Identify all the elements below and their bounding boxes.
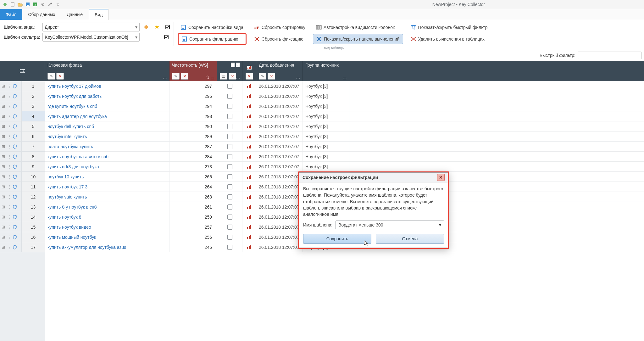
cell-phrase[interactable]: ноутбук dell купить спб: [45, 121, 169, 131]
col-menu-icon[interactable]: ▭: [343, 76, 347, 80]
gutter-row[interactable]: ⊞⋮14: [0, 212, 45, 222]
cell-chart[interactable]: [242, 91, 256, 101]
row-checkbox[interactable]: [227, 84, 232, 89]
gutter-row[interactable]: ⊞⋮7: [0, 142, 45, 152]
cell-phrase[interactable]: купить ноутбук для работы: [45, 91, 169, 101]
drag-handle-icon[interactable]: ⋮: [6, 104, 13, 109]
row-checkbox[interactable]: [227, 225, 232, 230]
toggle-calc-panel-button[interactable]: Показать/скрыть панель вычислений: [313, 34, 403, 44]
cell-phrase[interactable]: ноутбук intel купить: [45, 131, 169, 141]
quick-filter-input[interactable]: [578, 52, 641, 59]
table-row[interactable]: ноутбук intel купить28926.01.2018 12:07:…: [45, 131, 644, 142]
drag-handle-icon[interactable]: ⋮: [6, 194, 13, 199]
col-menu-icon[interactable]: ▭: [236, 76, 240, 80]
expand-icon[interactable]: ⊞: [0, 124, 6, 129]
col-chart-header[interactable]: ✕: [242, 61, 256, 81]
table-row[interactable]: купить ноутбук 17 дюймов29726.01.2018 12…: [45, 81, 644, 91]
cell-phrase[interactable]: купить ноутбук 17 дюймов: [45, 81, 169, 91]
qat-more-icon[interactable]: [55, 1, 61, 8]
drag-handle-icon[interactable]: ⋮: [6, 174, 13, 179]
new-doc-icon[interactable]: [9, 1, 16, 8]
drag-handle-icon[interactable]: ⋮: [6, 84, 13, 88]
check-save-filter-icon[interactable]: [162, 33, 170, 41]
drag-handle-icon[interactable]: ⋮: [6, 215, 13, 219]
drag-handle-icon[interactable]: ⋮: [6, 154, 13, 159]
cell-check[interactable]: [217, 182, 242, 192]
cell-check[interactable]: [217, 222, 242, 232]
table-row[interactable]: плата ноутбука купить28726.01.2018 12:07…: [45, 142, 644, 152]
dialog-titlebar[interactable]: Сохранение настроек фильтрации ✕: [299, 173, 448, 182]
expand-icon[interactable]: ⊞: [0, 215, 6, 219]
expand-icon[interactable]: ⊞: [0, 134, 6, 139]
row-checkbox[interactable]: [227, 215, 232, 220]
cell-phrase[interactable]: купить аккумулятор для ноутбука asus: [45, 242, 169, 252]
cell-chart[interactable]: [242, 111, 256, 121]
col-clear-icon[interactable]: ✕: [181, 73, 188, 80]
col-clear-icon[interactable]: ✕: [229, 73, 236, 80]
cell-chart[interactable]: [242, 192, 256, 202]
col-clear-icon[interactable]: ✕: [56, 73, 64, 80]
col-ws-header[interactable]: Частотность [WS] ✎ ✕ ⇅ ▭: [169, 61, 217, 81]
table-row[interactable]: купить ноутбук на авито в спб28426.01.20…: [45, 152, 644, 162]
drag-handle-icon[interactable]: ⋮: [6, 164, 13, 169]
menu-data[interactable]: Данные: [61, 9, 89, 20]
menu-file[interactable]: Файл: [0, 9, 22, 20]
filter-template-combo[interactable]: KeyCollectorWPF.Model.CustomizationObj ▾: [42, 33, 140, 42]
col-check1-header[interactable]: ☐ ☑ ⬓ ✕ ▭: [217, 61, 242, 81]
col-menu-icon[interactable]: ▭: [211, 76, 214, 80]
drag-handle-icon[interactable]: ⋮: [6, 94, 13, 98]
expand-icon[interactable]: ⊞: [0, 144, 6, 149]
cell-chart[interactable]: [242, 131, 256, 141]
expand-icon[interactable]: ⊞: [0, 184, 6, 189]
drag-handle-icon[interactable]: ⋮: [6, 124, 13, 129]
cell-check[interactable]: [217, 232, 242, 242]
table-row[interactable]: купить ноутбук для работы29626.01.2018 1…: [45, 91, 644, 101]
row-checkbox[interactable]: [227, 194, 232, 199]
cell-chart[interactable]: [242, 101, 256, 111]
sort-asc-icon[interactable]: ⇅: [206, 75, 209, 80]
expand-icon[interactable]: ⊞: [0, 194, 6, 199]
col-tool-icon[interactable]: ✎: [259, 73, 266, 80]
expand-icon[interactable]: ⊞: [0, 174, 6, 179]
row-checkbox[interactable]: [227, 245, 232, 250]
gutter-row[interactable]: ⊞⋮6: [0, 131, 45, 142]
cell-check[interactable]: [217, 101, 242, 111]
gutter-row[interactable]: ⊞⋮2: [0, 91, 45, 101]
cell-check[interactable]: [217, 142, 242, 151]
drag-handle-icon[interactable]: ⋮: [6, 184, 13, 189]
expand-icon[interactable]: ⊞: [0, 94, 6, 98]
gutter-row[interactable]: ⊞⋮1: [0, 81, 45, 91]
dialog-save-button[interactable]: Сохранить: [303, 234, 371, 244]
wand-icon[interactable]: [47, 1, 53, 8]
col-phrase-header[interactable]: Ключевая фраза ✎ ✕ ▭: [45, 61, 169, 81]
drag-handle-icon[interactable]: ⋮: [6, 144, 13, 149]
expand-icon[interactable]: ⊞: [0, 84, 6, 88]
drag-handle-icon[interactable]: ⋮: [6, 134, 13, 139]
table-row[interactable]: где купить ноутбук в спб29426.01.2018 12…: [45, 101, 644, 111]
row-checkbox[interactable]: [227, 235, 232, 240]
cell-chart[interactable]: [242, 222, 256, 232]
auto-column-visibility-button[interactable]: Автонастройка видимости колонок: [313, 23, 403, 32]
cell-check[interactable]: [217, 121, 242, 131]
expand-icon[interactable]: ⊞: [0, 245, 6, 249]
diamond-orange-icon[interactable]: [142, 23, 150, 31]
toggle-quick-filter-button[interactable]: Показать/скрыть быстрый фильтр: [408, 23, 491, 32]
cell-check[interactable]: [217, 162, 242, 171]
row-checkbox[interactable]: [227, 164, 232, 169]
reset-fixation-button[interactable]: Сбросить фиксацию: [251, 34, 308, 44]
gutter-row[interactable]: ⊞⋮17: [0, 242, 45, 252]
gutter-row[interactable]: ⊞⋮10: [0, 172, 45, 182]
template-name-combo[interactable]: Вордстат меньше 300 ▾: [336, 221, 444, 229]
gutter-row[interactable]: ⊞⋮9: [0, 162, 45, 172]
cell-phrase[interactable]: купить ноутбук 17 3: [45, 182, 169, 192]
cell-phrase[interactable]: купить адаптер для ноутбука: [45, 111, 169, 121]
cell-phrase[interactable]: купить мощный ноутбук: [45, 232, 169, 242]
cell-chart[interactable]: [242, 81, 256, 91]
table-row[interactable]: купить адаптер для ноутбука29326.01.2018…: [45, 111, 644, 121]
expand-icon[interactable]: ⊞: [0, 235, 6, 239]
cell-phrase[interactable]: купить ноутбук на авито в спб: [45, 152, 169, 161]
table-row[interactable]: купить ddr3 для ноутбука27326.01.2018 12…: [45, 162, 644, 172]
cell-chart[interactable]: [242, 182, 256, 192]
cell-chart[interactable]: [242, 242, 256, 252]
expand-icon[interactable]: ⊞: [0, 114, 6, 119]
